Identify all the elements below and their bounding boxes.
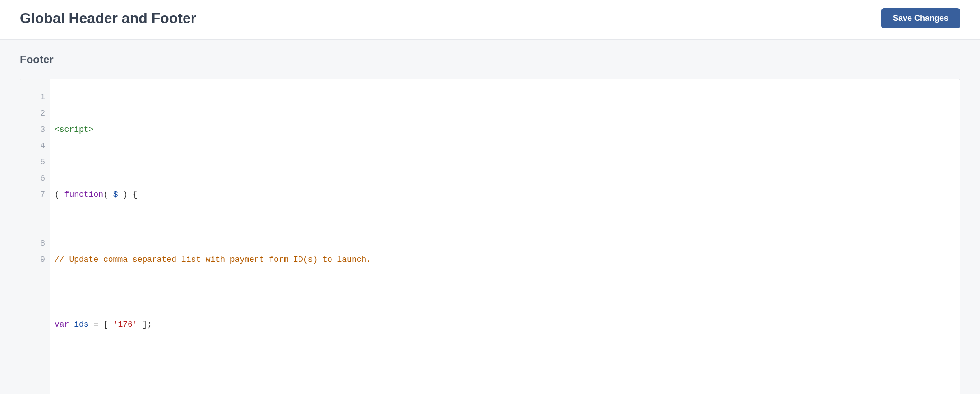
line-number: 7 [20, 186, 45, 203]
line-number: 9 [20, 251, 45, 268]
line-number: 8 [20, 235, 45, 251]
line-number: 3 [20, 121, 45, 138]
line-number: 1 [20, 89, 45, 105]
code-line: var ids = [ '176' ]; [54, 316, 956, 333]
line-number: 6 [20, 170, 45, 186]
code-line: ( function( $ ) { [54, 186, 956, 203]
page-title: Global Header and Footer [20, 10, 196, 27]
code-line: <script> [54, 121, 956, 138]
line-number: 2 [20, 105, 45, 121]
content-area: Footer 1 2 3 4 5 6 7 8 9 <script> ( func… [0, 40, 980, 394]
code-line [54, 381, 956, 394]
header-bar: Global Header and Footer Save Changes [0, 0, 980, 40]
code-line: // Update comma separated list with paym… [54, 251, 956, 268]
section-title-footer: Footer [20, 53, 960, 66]
code-area[interactable]: <script> ( function( $ ) { // Update com… [50, 79, 960, 394]
code-editor[interactable]: 1 2 3 4 5 6 7 8 9 <script> ( function( $… [20, 79, 960, 394]
code-gutter: 1 2 3 4 5 6 7 8 9 [20, 79, 50, 394]
line-number-wrap-spacer [20, 203, 45, 235]
line-number: 4 [20, 138, 45, 154]
save-changes-button[interactable]: Save Changes [881, 8, 960, 28]
line-number: 5 [20, 154, 45, 170]
